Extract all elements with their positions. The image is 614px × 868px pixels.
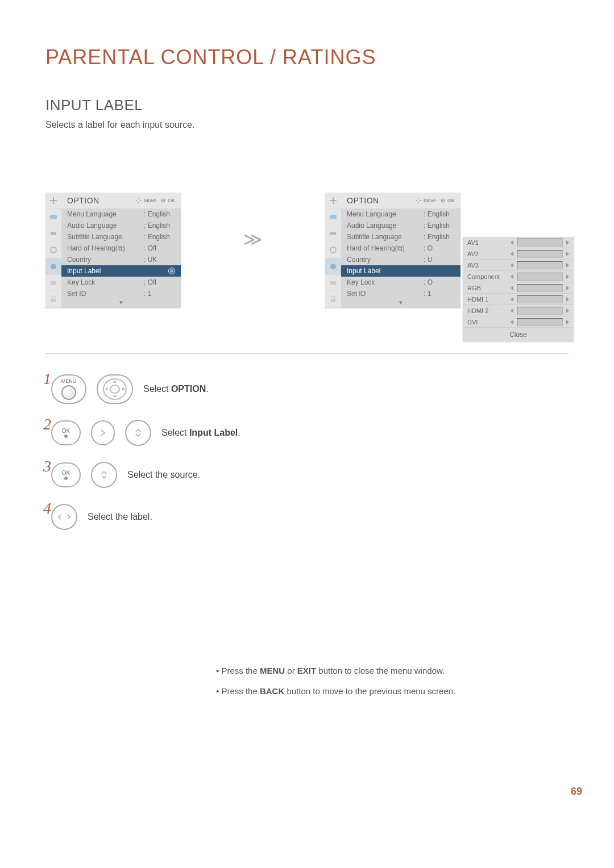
osd-row-selected[interactable]: Input Label [61, 265, 181, 277]
time-icon [325, 242, 341, 258]
popup-item[interactable]: RGB [463, 282, 574, 294]
note-line: Press the MENU or EXIT button to close t… [216, 661, 569, 681]
tools-icon [45, 193, 61, 209]
page-number: 69 [571, 786, 582, 798]
svg-rect-3 [51, 232, 56, 235]
popup-item[interactable]: DVI [463, 316, 574, 328]
osd-header-label: OPTION [347, 196, 411, 205]
select-dot-icon [168, 268, 175, 274]
osd-row[interactable]: Subtitle Language: English [61, 231, 181, 243]
step-1: 1 MENU Select OPTION. [45, 374, 569, 404]
popup-item[interactable]: AV1 [463, 237, 574, 248]
label-field[interactable] [517, 261, 563, 269]
osd-row[interactable]: Menu Language: English [341, 208, 460, 220]
updown-button-icon [125, 420, 151, 446]
left-arrow-icon[interactable] [511, 240, 513, 245]
osd-hint-move: Move [416, 198, 436, 203]
svg-rect-11 [333, 197, 334, 204]
step-number: 4 [43, 499, 51, 518]
svg-point-4 [51, 247, 56, 253]
step-3: 3 OK Select the source. [45, 462, 569, 488]
dpad-icon [97, 374, 133, 404]
popup-item[interactable]: Component [463, 271, 574, 282]
ok-dot-icon [441, 198, 445, 203]
label-field[interactable] [517, 307, 563, 315]
popup-close-button[interactable]: Close [463, 328, 574, 341]
right-arrow-icon[interactable] [566, 252, 569, 256]
osd-row[interactable]: Audio Language: English [341, 220, 460, 231]
step-text: Select Input Label. [161, 428, 240, 438]
right-arrow-icon[interactable] [566, 274, 569, 279]
right-arrow-icon[interactable] [566, 320, 569, 324]
popup-item[interactable]: HDMI 2 [463, 305, 574, 316]
ok-button-icon: OK [51, 462, 81, 487]
option-icon [45, 258, 61, 275]
right-arrow-icon[interactable] [566, 286, 569, 290]
lock-icon [45, 291, 61, 308]
osd-row[interactable]: Country: UK [61, 254, 181, 265]
move-icon [416, 198, 421, 203]
ok-dot-icon [161, 198, 165, 203]
more-arrow-icon: ▼ [341, 299, 460, 308]
osd-hint-move: Move [136, 198, 156, 203]
move-icon [136, 198, 142, 203]
right-arrow-icon[interactable] [566, 297, 569, 302]
input-icon [325, 275, 341, 291]
step-number: 3 [43, 457, 51, 475]
label-field[interactable] [517, 318, 563, 326]
left-arrow-icon[interactable] [511, 297, 513, 302]
svg-rect-2 [50, 215, 57, 219]
input-icon [45, 275, 61, 291]
svg-rect-16 [330, 281, 336, 285]
left-arrow-icon[interactable] [511, 274, 513, 279]
footer-notes: Press the MENU or EXIT button to close t… [45, 661, 569, 702]
step-text: Select the label. [88, 512, 152, 522]
svg-rect-7 [51, 299, 56, 302]
label-field[interactable] [517, 284, 563, 292]
osd-row[interactable]: Audio Language: English [61, 220, 181, 231]
svg-rect-1 [53, 197, 54, 204]
left-arrow-icon[interactable] [511, 252, 513, 256]
osd-row[interactable]: Menu Language: English [61, 208, 181, 220]
right-arrow-icon[interactable] [566, 240, 569, 245]
more-arrow-icon: ▼ [61, 299, 181, 308]
osd-row[interactable]: Country: U [341, 254, 460, 265]
left-arrow-icon[interactable] [511, 308, 513, 313]
osd-row-selected[interactable]: Input Label [341, 265, 460, 277]
label-field[interactable] [517, 295, 563, 303]
label-field[interactable] [517, 250, 563, 258]
picture-icon [45, 209, 61, 226]
osd-panel-right: OPTION Move OK Menu Language: English Au… [325, 193, 460, 308]
left-arrow-icon[interactable] [511, 263, 513, 268]
step-number: 2 [43, 415, 51, 433]
picture-icon [325, 209, 341, 226]
osd-row[interactable]: Key Lock: O [341, 277, 460, 288]
osd-row[interactable]: Hard of Hearing(⧉): Off [61, 243, 181, 254]
step-text: Select the source. [127, 470, 200, 480]
option-icon [325, 258, 341, 275]
svg-point-15 [330, 264, 336, 269]
left-arrow-icon[interactable] [511, 320, 513, 324]
osd-row[interactable]: Key Lock: Off [61, 277, 181, 288]
popup-item[interactable]: HDMI 1 [463, 294, 574, 305]
popup-item[interactable]: AV3 [463, 260, 574, 271]
osd-hint-ok: OK [441, 198, 455, 203]
right-arrow-icon[interactable] [566, 263, 569, 268]
right-arrow-icon[interactable] [566, 308, 569, 313]
popup-item[interactable]: AV2 [463, 248, 574, 260]
label-field[interactable] [517, 273, 563, 281]
svg-point-14 [330, 247, 336, 253]
label-field[interactable] [517, 239, 563, 247]
section-description: Selects a label for each input source. [45, 120, 569, 130]
left-arrow-icon[interactable] [511, 286, 513, 290]
osd-row[interactable]: Hard of Hearing(⧉): O [341, 243, 460, 254]
menu-button-icon: MENU [51, 374, 86, 404]
osd-row[interactable]: Set ID: 1 [61, 288, 181, 299]
leftright-button-icon [51, 504, 77, 530]
ok-button-icon: OK [51, 420, 81, 445]
audio-icon [325, 226, 341, 242]
osd-row[interactable]: Subtitle Language: English [341, 231, 460, 243]
osd-rows: Menu Language: English Audio Language: E… [341, 208, 460, 308]
osd-row[interactable]: Set ID: 1 [341, 288, 460, 299]
transition-arrow-icon: ≫ [243, 228, 263, 250]
